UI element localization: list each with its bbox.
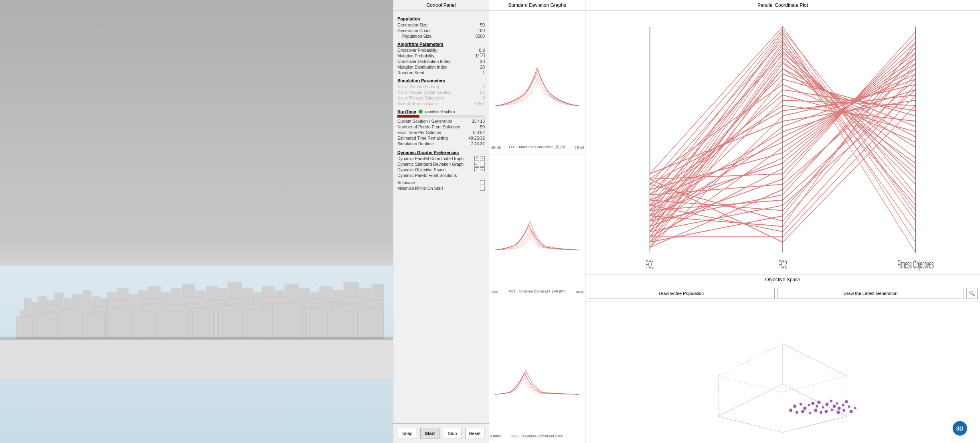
svg-text:3D: 3D bbox=[956, 425, 964, 432]
svg-rect-60 bbox=[137, 311, 156, 339]
generation-size-row: Generation Size 50 bbox=[397, 22, 485, 27]
autosave-label: Autosave bbox=[397, 180, 415, 185]
crossover-dist-value: 20 bbox=[480, 59, 485, 64]
svg-rect-57 bbox=[60, 310, 82, 339]
graph1-bottom-label: FO1 : Maximise Constraints 연면적 bbox=[509, 144, 565, 150]
svg-point-95 bbox=[825, 402, 828, 406]
algorithm-section-title: Algorithm Parameters bbox=[397, 42, 485, 47]
objective-space-pref-row: Dynamic Objective Space bbox=[397, 167, 485, 172]
svg-point-108 bbox=[820, 411, 822, 414]
crossover-dist-label: Crossover Distribution Index bbox=[397, 59, 450, 64]
genes-row: No. of Genes (Sliders) 3 bbox=[397, 84, 485, 89]
runtime-green-dot bbox=[419, 110, 423, 114]
svg-line-85 bbox=[718, 376, 783, 392]
minimize-rhino-chk[interactable] bbox=[480, 186, 485, 191]
generation-size-value: 50 bbox=[480, 22, 485, 27]
pareto-solutions-value: 50 bbox=[480, 124, 485, 129]
draw-population-button[interactable]: Draw Entire Population bbox=[588, 288, 775, 299]
reset-button[interactable]: Reset bbox=[465, 428, 484, 439]
graph3-bottom-label: FO3 : Maximise Constraint View bbox=[511, 434, 563, 438]
svg-point-104 bbox=[796, 411, 798, 414]
svg-point-112 bbox=[842, 409, 845, 412]
genes-label: No. of Genes (Sliders) bbox=[397, 84, 439, 89]
crossover-dist-row: Crossover Distribution Index 20 bbox=[397, 59, 485, 64]
mutation-dist-value: 20 bbox=[480, 65, 485, 69]
crossover-prob-value: 0.9 bbox=[479, 48, 485, 53]
runtime-section-title: RunTime bbox=[397, 109, 416, 114]
svg-point-100 bbox=[842, 404, 844, 406]
start-button[interactable]: Start bbox=[420, 428, 439, 439]
svg-rect-66 bbox=[306, 307, 328, 339]
std-deviation-pref-label: Dynamic Standard Deviation Graph bbox=[397, 162, 464, 167]
svg-text:FO2: FO2 bbox=[778, 258, 787, 271]
population-size-value: 5000 bbox=[476, 34, 485, 39]
svg-rect-59 bbox=[108, 307, 132, 339]
control-panel-content: Population Generation Size 50 Generation… bbox=[393, 11, 489, 423]
parallel-coord-chk2[interactable] bbox=[480, 156, 485, 161]
random-seed-value: 1 bbox=[482, 70, 485, 75]
mutation-dist-row: Mutation Distribution Index 20 bbox=[397, 65, 485, 69]
graph1-right-label: 7E-05 bbox=[575, 146, 584, 150]
objective-space-content: 3D bbox=[585, 302, 980, 442]
objective-space-panel: Objective Space Draw Entire Population D… bbox=[585, 274, 980, 443]
svg-line-78 bbox=[718, 416, 783, 432]
generation-count-value: 100 bbox=[478, 28, 485, 33]
parallel-coord-chk1[interactable] bbox=[474, 156, 479, 161]
population-size-label: Population Size: bbox=[402, 34, 433, 39]
simulation-section-title: Simulation Parameters bbox=[397, 78, 485, 83]
parallel-coord-content: FO1 FO2 Fitness Objectives bbox=[585, 11, 980, 274]
svg-rect-0 bbox=[0, 339, 393, 379]
dynamic-prefs-title: Dynamic Graphs Preferences bbox=[397, 150, 485, 155]
objective-space-chk2[interactable] bbox=[480, 167, 485, 172]
objective-space-toolbar: Draw Entire Population Draw the Latest G… bbox=[585, 285, 980, 302]
graph2-bottom-label: FO2 : Minimise Constraint 건축면적 bbox=[508, 289, 566, 294]
svg-line-84 bbox=[783, 344, 847, 376]
std-dev-panel: Standard Deviation Graphs -3E-05 7E-05 F… bbox=[489, 0, 585, 443]
svg-point-89 bbox=[803, 406, 806, 410]
current-solution-label: Current Solution / Generation bbox=[397, 119, 452, 124]
objective-space-chk1[interactable] bbox=[474, 167, 479, 172]
parallel-coord-header: Parallel Coordinate Plot bbox=[585, 0, 980, 11]
graph2-right-label: 4000 bbox=[576, 290, 584, 294]
pareto-front-pref-row: Dynamic Pareto Front Solutions bbox=[397, 173, 485, 178]
svg-line-83 bbox=[718, 344, 783, 376]
std-deviation-chk1[interactable] bbox=[474, 162, 479, 167]
pareto-front-pref-label: Dynamic Pareto Front Solutions bbox=[397, 173, 457, 178]
mutation-prob-checkbox[interactable] bbox=[480, 53, 485, 58]
graph3-left-label: 0.0002 bbox=[490, 434, 501, 438]
pareto-solutions-row: Number of Pareto Front Solutions 50 bbox=[397, 124, 485, 129]
crossover-prob-label: Crossover Probability bbox=[397, 48, 437, 53]
std-deviation-pref-row: Dynamic Standard Deviation Graph bbox=[397, 162, 485, 167]
search-button[interactable]: 🔍 bbox=[966, 288, 978, 299]
svg-point-93 bbox=[817, 400, 820, 404]
draw-latest-button[interactable]: Draw the Latest Generation bbox=[777, 288, 964, 299]
mutation-prob-value: 1/ bbox=[475, 53, 479, 58]
stop-button[interactable]: Stop bbox=[443, 428, 462, 439]
search-space-value: 4.8e4 bbox=[474, 101, 485, 106]
3d-viewport bbox=[0, 0, 393, 443]
svg-rect-61 bbox=[161, 305, 187, 339]
svg-point-110 bbox=[830, 408, 833, 411]
minimize-rhino-row: Minimize Rhino On Start bbox=[397, 186, 485, 191]
minimize-rhino-label: Minimize Rhino On Start bbox=[397, 186, 443, 191]
population-section-title: Population bbox=[397, 16, 485, 21]
snap-button[interactable]: Snap bbox=[398, 428, 417, 439]
generation-size-label: Generation Size bbox=[397, 22, 427, 27]
svg-rect-56 bbox=[36, 313, 56, 339]
svg-rect-65 bbox=[273, 303, 300, 339]
svg-rect-58 bbox=[86, 314, 104, 339]
slider-values-label: No. of Values (Slider Values) bbox=[397, 90, 451, 95]
random-seed-label: Random Seed bbox=[397, 70, 424, 75]
svg-rect-69 bbox=[0, 337, 393, 340]
autosave-chk[interactable] bbox=[480, 180, 485, 185]
simulation-runtime-value: 7:43:37 bbox=[471, 141, 485, 146]
svg-point-94 bbox=[822, 406, 824, 408]
generation-count-row: Generation Count 100 bbox=[397, 28, 485, 33]
svg-point-87 bbox=[793, 404, 796, 408]
svg-point-103 bbox=[789, 408, 792, 412]
generation-count-label: Generation Count bbox=[397, 28, 431, 33]
svg-text:Fitness Objectives: Fitness Objectives bbox=[897, 258, 933, 271]
svg-point-101 bbox=[845, 400, 848, 403]
search-space-row: Size of Search Space 4.8e4 bbox=[397, 101, 485, 106]
std-deviation-chk2[interactable] bbox=[480, 162, 485, 167]
